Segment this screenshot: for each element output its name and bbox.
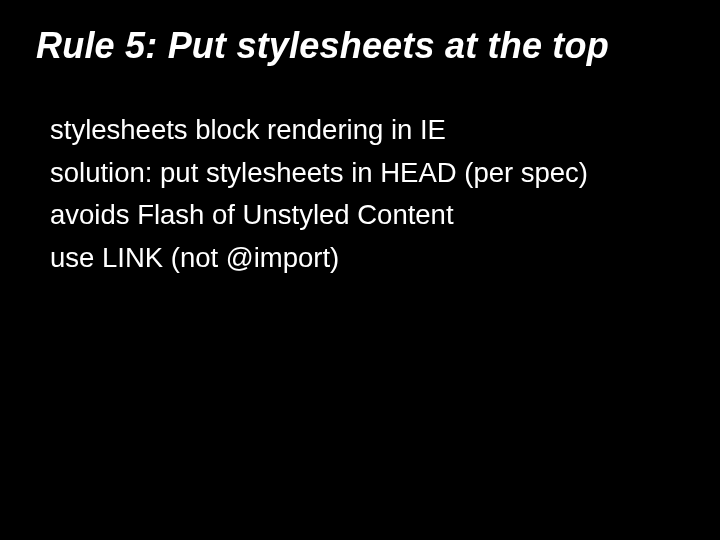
- slide-title: Rule 5: Put stylesheets at the top: [36, 24, 684, 67]
- body-line: avoids Flash of Unstyled Content: [50, 194, 684, 237]
- body-line: use LINK (not @import): [50, 237, 684, 280]
- body-line: stylesheets block rendering in IE: [50, 109, 684, 152]
- slide: Rule 5: Put stylesheets at the top style…: [0, 0, 720, 540]
- body-line: solution: put stylesheets in HEAD (per s…: [50, 152, 684, 195]
- slide-body: stylesheets block rendering in IE soluti…: [36, 109, 684, 280]
